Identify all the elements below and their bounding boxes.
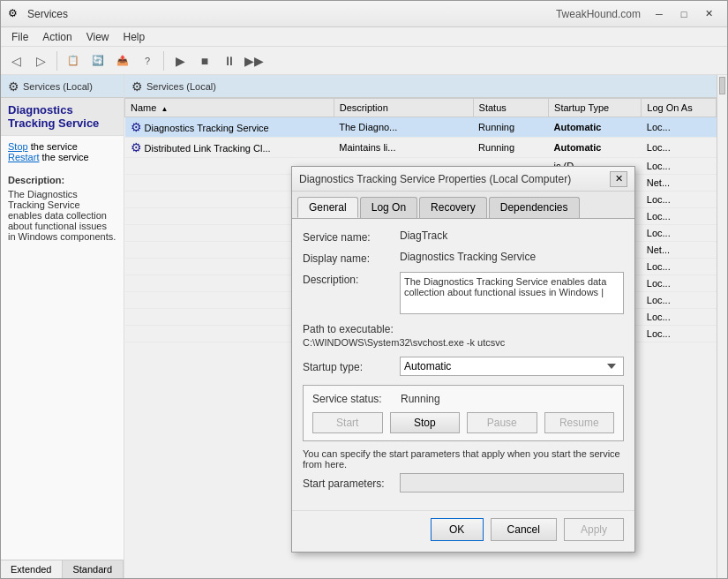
service-name-label: Service name: <box>303 229 400 244</box>
pause-button[interactable]: Pause <box>467 412 537 433</box>
startup-type-row: Startup type: Automatic Automatic (Delay… <box>303 357 624 376</box>
tab-dependencies[interactable]: Dependencies <box>489 197 580 218</box>
dialog-title: Diagnostics Tracking Service Properties … <box>299 173 610 185</box>
stop-button[interactable]: Stop <box>390 412 461 433</box>
tab-general[interactable]: General <box>297 197 358 218</box>
path-row: Path to executable: C:\WINDOWS\System32\… <box>303 321 624 348</box>
startup-type-select[interactable]: Automatic Automatic (Delayed Start) Manu… <box>400 357 624 376</box>
ok-button[interactable]: OK <box>431 518 484 541</box>
service-control-buttons: Start Stop Pause Resume <box>312 412 614 433</box>
dialog-overlay: Diagnostics Tracking Service Properties … <box>0 0 728 579</box>
description-row: Description: The Diagnostics Tracking Se… <box>303 272 624 314</box>
dialog-footer: OK Cancel Apply <box>292 510 634 552</box>
display-name-row: Display name: Diagnostics Tracking Servi… <box>303 251 624 265</box>
description-textarea[interactable]: The Diagnostics Tracking Service enables… <box>400 272 624 314</box>
tab-recovery[interactable]: Recovery <box>419 197 487 218</box>
path-value: C:\WINDOWS\System32\svchost.exe -k utcsv… <box>303 337 624 348</box>
start-params-row: Start parameters: <box>303 473 624 493</box>
description-label: Description: <box>303 272 400 286</box>
service-name-value: DiagTrack <box>400 229 624 242</box>
start-params-input[interactable] <box>400 473 624 493</box>
tab-logon[interactable]: Log On <box>360 197 417 218</box>
dialog-body: Service name: DiagTrack Display name: Di… <box>292 219 634 510</box>
status-row: Service status: Running <box>312 393 614 405</box>
start-params-text: You can specify the start parameters tha… <box>303 448 624 470</box>
properties-dialog: Diagnostics Tracking Service Properties … <box>291 166 635 553</box>
path-label: Path to executable: <box>303 321 400 335</box>
display-name-label: Display name: <box>303 251 400 265</box>
startup-type-label: Startup type: <box>303 359 400 373</box>
service-status-section: Service status: Running Start Stop Pause… <box>303 385 624 441</box>
cancel-button[interactable]: Cancel <box>491 518 557 541</box>
resume-button[interactable]: Resume <box>544 412 615 433</box>
apply-button[interactable]: Apply <box>564 518 624 541</box>
dialog-title-bar: Diagnostics Tracking Service Properties … <box>292 167 634 192</box>
start-button[interactable]: Start <box>312 412 383 433</box>
service-name-row: Service name: DiagTrack <box>303 229 624 244</box>
start-params-label: Start parameters: <box>303 476 400 490</box>
service-status-value: Running <box>401 393 440 405</box>
service-status-label: Service status: <box>312 393 401 405</box>
display-name-value: Diagnostics Tracking Service <box>400 251 624 263</box>
dialog-close-button[interactable]: ✕ <box>610 171 627 187</box>
dialog-tabs: General Log On Recovery Dependencies <box>292 192 634 219</box>
